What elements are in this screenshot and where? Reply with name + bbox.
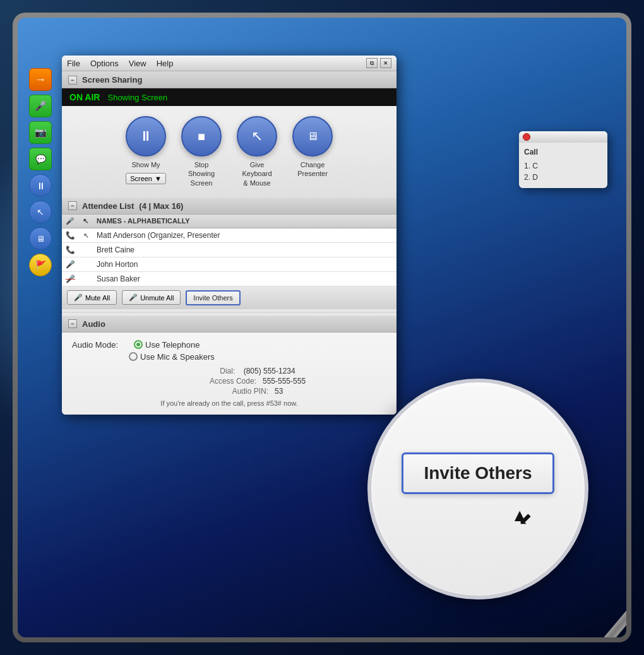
screen-sharing-label: Screen Sharing xyxy=(82,75,142,85)
sidebar-btn-pause[interactable]: ⏸ xyxy=(29,174,52,197)
audio-label: Audio xyxy=(82,319,105,329)
stop-label: StopShowingScreen xyxy=(188,160,215,187)
control-stop[interactable]: ■ StopShowingScreen xyxy=(181,116,222,187)
showing-screen-text: Showing Screen xyxy=(107,93,167,102)
screen-dropdown[interactable]: Screen ▼ xyxy=(126,173,166,184)
mouse-arrow-icon: ⬉ xyxy=(518,510,532,529)
dial-row: Dial: (805) 555-1234 xyxy=(129,367,386,375)
invite-others-button[interactable]: Invite Others xyxy=(186,290,240,305)
pin-value: 53 xyxy=(275,387,283,396)
control-change-presenter[interactable]: 🖥 ChangePresenter xyxy=(292,116,333,179)
monitor-frame: → 🎤 📷 💬 ⏸ ↖ 🖥 🚩 xyxy=(13,13,631,642)
call-title-bar xyxy=(519,131,607,143)
attendee-mouse-1: ↖ xyxy=(79,228,93,242)
mute-icon: 🎤 xyxy=(74,293,83,302)
controls-area: ⏸ Show My Screen ▼ ■ StopShowingScreen xyxy=(62,106,397,198)
collapse-attendee-list[interactable]: − xyxy=(68,201,77,210)
access-code-value: 555-555-555 xyxy=(263,377,306,386)
telephone-radio[interactable] xyxy=(134,340,143,349)
attendee-mic-3: 🎤 xyxy=(62,257,79,271)
change-presenter-button[interactable]: 🖥 xyxy=(292,116,333,156)
call-item-2: 2. D xyxy=(524,172,602,183)
attendee-name-2: Brett Caine xyxy=(93,242,397,257)
sidebar-toolbar: → 🎤 📷 💬 ⏸ ↖ 🖥 🚩 xyxy=(29,68,52,276)
mic-speaker-radio[interactable] xyxy=(129,352,138,361)
sidebar-btn-mic[interactable]: 🎤 xyxy=(29,95,52,117)
menu-file[interactable]: File xyxy=(67,59,80,68)
menu-bar: File Options View Help xyxy=(67,59,173,68)
magnifier-handle xyxy=(595,609,626,637)
pause-icon: ⏸ xyxy=(139,128,153,145)
restore-button[interactable]: ⧉ xyxy=(366,58,378,68)
collapse-screen-sharing[interactable]: − xyxy=(68,76,77,85)
audio-mode-row-2: Use Mic & Speakers xyxy=(72,352,386,362)
pause-button[interactable]: ⏸ xyxy=(126,116,166,156)
title-bar-controls: ⧉ ✕ xyxy=(366,58,391,68)
pin-label: Audio PIN: xyxy=(232,387,268,396)
audio-note: If you're already on the call, press #53… xyxy=(72,399,386,407)
sidebar-btn-camera[interactable]: 📷 xyxy=(29,121,52,144)
table-row: 📞 ↖ Matt Anderson (Organizer, Presenter xyxy=(62,228,397,242)
cursor-icon: ↖ xyxy=(251,128,263,145)
menu-help[interactable]: Help xyxy=(157,59,174,68)
sidebar-btn-monitor[interactable]: 🖥 xyxy=(29,227,52,250)
menu-options[interactable]: Options xyxy=(90,59,119,68)
mic-speaker-label: Use Mic & Speakers xyxy=(140,352,215,362)
title-bar: File Options View Help ⧉ ✕ xyxy=(62,56,397,71)
access-code-row: Access Code: 555-555-555 xyxy=(129,377,386,386)
call-item-1: 1. C xyxy=(524,160,602,172)
audio-section: Audio Mode: Use Telephone Use Mic & Spea… xyxy=(62,333,397,415)
call-title: Call xyxy=(524,148,602,156)
on-air-badge: ON AIR xyxy=(69,92,100,102)
section-divider xyxy=(62,312,397,313)
sidebar-btn-flag[interactable]: 🚩 xyxy=(29,254,52,276)
table-row: 🎤 John Horton xyxy=(62,257,397,271)
attendee-mouse-3 xyxy=(79,257,93,271)
access-code-label: Access Code: xyxy=(210,377,256,386)
telephone-option[interactable]: Use Telephone xyxy=(134,340,200,350)
menu-view[interactable]: View xyxy=(129,59,146,68)
audio-mode-label: Audio Mode: xyxy=(72,340,129,350)
audio-mode-row: Audio Mode: Use Telephone xyxy=(72,340,386,350)
sidebar-btn-arrow[interactable]: → xyxy=(29,68,52,91)
attendee-section: 🎤 ↖ NAMES - ALPHABETICALLY 📞 xyxy=(62,215,397,286)
mic-speaker-option[interactable]: Use Mic & Speakers xyxy=(129,352,215,362)
unmute-all-label: Unmute All xyxy=(140,294,174,302)
magnifier-overlay: Invite Others ▲ ⬉ xyxy=(367,379,607,618)
collapse-audio[interactable]: − xyxy=(68,319,77,328)
attendee-count: (4 | Max 16) xyxy=(139,201,183,211)
monitor-screen: → 🎤 📷 💬 ⏸ ↖ 🖥 🚩 xyxy=(18,18,626,637)
attendee-mouse-2 xyxy=(79,242,93,257)
app-window: File Options View Help ⧉ ✕ − Screen Shar… xyxy=(62,56,397,415)
stop-icon: ■ xyxy=(198,129,205,144)
attendee-name-3: John Horton xyxy=(93,257,397,271)
keyboard-button[interactable]: ↖ xyxy=(237,116,277,156)
sidebar-btn-chat[interactable]: 💬 xyxy=(29,148,52,170)
attendee-name-1: Matt Anderson (Organizer, Presenter xyxy=(93,228,397,242)
attendee-mouse-4 xyxy=(79,271,93,286)
mute-all-label: Mute All xyxy=(85,294,110,302)
attendee-phone-1: 📞 xyxy=(62,228,79,242)
col-names-header: NAMES - ALPHABETICALLY xyxy=(93,215,397,228)
mute-all-button[interactable]: 🎤 Mute All xyxy=(67,290,117,305)
table-row: 🎤 Susan Baker xyxy=(62,271,397,286)
sidebar-btn-mouse[interactable]: ↖ xyxy=(29,201,52,223)
unmute-all-button[interactable]: 🎤 Unmute All xyxy=(122,290,181,305)
unmute-icon: 🎤 xyxy=(129,293,138,302)
col-mic-icon: 🎤 xyxy=(62,215,79,228)
attendee-table: 🎤 ↖ NAMES - ALPHABETICALLY 📞 xyxy=(62,215,397,286)
table-row: 📞 Brett Caine xyxy=(62,242,397,257)
dial-value: (805) 555-1234 xyxy=(244,367,295,375)
stop-button[interactable]: ■ xyxy=(181,116,222,156)
on-air-bar: ON AIR Showing Screen xyxy=(62,88,397,106)
close-button[interactable]: ✕ xyxy=(380,58,391,68)
attendee-list-label: Attendee List xyxy=(82,201,134,211)
call-content: Call 1. C 2. D xyxy=(519,143,607,188)
magnifier-circle: Invite Others ▲ ⬉ xyxy=(367,379,588,599)
call-window: Call 1. C 2. D xyxy=(519,131,607,188)
control-keyboard-mouse[interactable]: ↖ GiveKeyboard& Mouse xyxy=(237,116,277,187)
control-show-my-screen[interactable]: ⏸ Show My Screen ▼ xyxy=(126,116,166,184)
call-close-button[interactable] xyxy=(523,133,530,141)
invite-others-large-button[interactable]: Invite Others xyxy=(402,452,554,494)
attendee-footer: 🎤 Mute All 🎤 Unmute All Invite Others xyxy=(62,286,397,309)
